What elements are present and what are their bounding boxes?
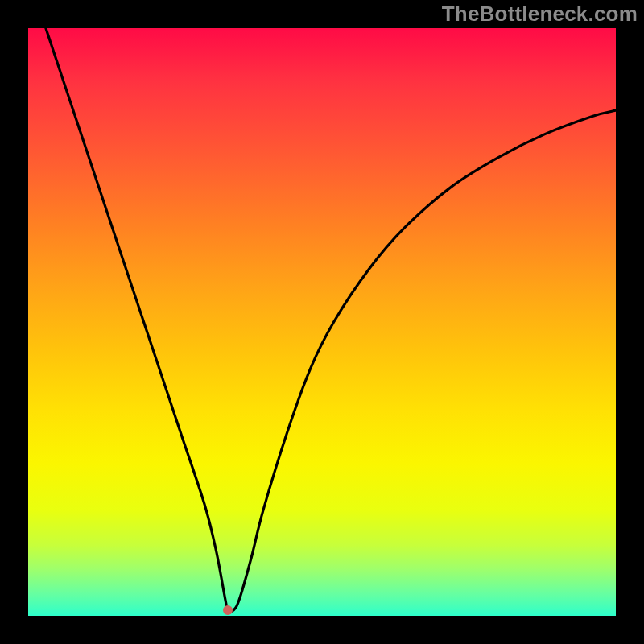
optimal-point-marker	[223, 605, 233, 615]
watermark-text: TheBottleneck.com	[442, 2, 638, 27]
bottleneck-profile-curve	[46, 28, 616, 612]
chart-container: TheBottleneck.com	[0, 0, 644, 644]
plot-area	[28, 28, 616, 616]
curve-layer	[28, 28, 616, 616]
